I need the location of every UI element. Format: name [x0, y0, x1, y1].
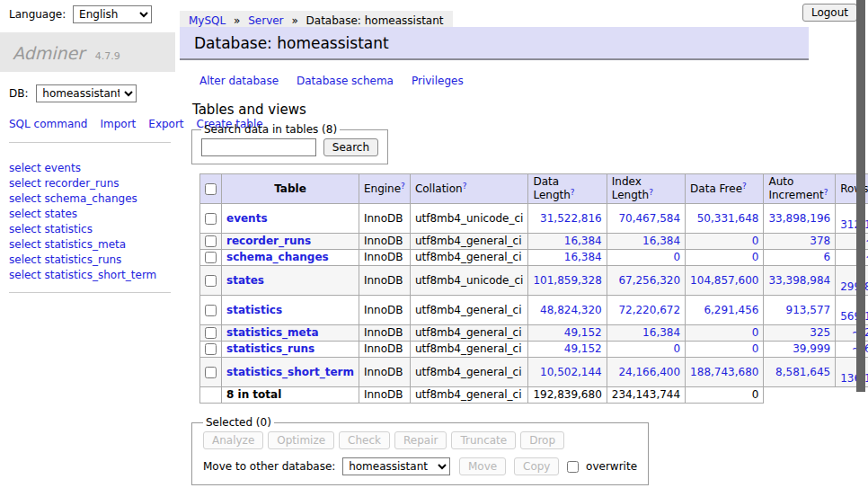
scrollbar-thumb[interactable]	[856, 0, 865, 392]
sidebar-select-schema-changes[interactable]: select schema_changes	[9, 191, 171, 207]
row-checkbox-states[interactable]	[205, 275, 217, 287]
data-length-link[interactable]: 10,502,144	[540, 366, 602, 378]
data-length-link[interactable]: 31,522,816	[540, 212, 602, 225]
data-length-link[interactable]: 49,152	[564, 326, 602, 339]
data-length-link[interactable]: 48,824,320	[540, 304, 602, 316]
table-link-schema-changes[interactable]: schema_changes	[226, 251, 329, 263]
index-length-cell: 16,384	[607, 234, 685, 250]
auto-increment-cell: 39,999	[764, 342, 836, 358]
auto-increment-link[interactable]: 33,898,196	[768, 212, 830, 225]
nav-link-privileges[interactable]: Privileges	[412, 75, 464, 87]
row-checkbox-statistics-short-term[interactable]	[205, 367, 217, 378]
auto-increment-link[interactable]: 325	[810, 326, 830, 339]
data-length-link[interactable]: 101,859,328	[533, 274, 601, 287]
row-checkbox-statistics[interactable]	[205, 305, 217, 316]
column-header-engine: Engine?	[359, 174, 410, 204]
index-length-link[interactable]: 72,220,672	[618, 304, 680, 316]
search-legend: Search data in tables (8)	[201, 123, 340, 136]
index-length-cell: 24,166,400	[607, 358, 685, 387]
sidebar-select-statistics-meta[interactable]: select statistics_meta	[9, 237, 171, 253]
language-select[interactable]: English	[73, 5, 152, 23]
table-link-statistics-runs[interactable]: statistics_runs	[226, 342, 314, 355]
row-select-cell	[200, 342, 222, 358]
table-header-row: TableEngine?Collation?Data Length?Index …	[200, 174, 868, 204]
table-name-cell: recorder_runs	[222, 234, 359, 250]
index-length-link[interactable]: 0	[673, 251, 680, 263]
db-select[interactable]: homeassistant	[36, 84, 137, 102]
data-length-link[interactable]: 49,152	[564, 342, 602, 355]
help-link-collation[interactable]: ?	[463, 182, 467, 191]
column-header-index-length: Index Length?	[607, 174, 685, 204]
nav-link-database-schema[interactable]: Database schema	[297, 75, 394, 87]
sidebar-select-statistics-short-term[interactable]: select statistics_short_term	[9, 268, 171, 283]
sidebar-link-sql-command[interactable]: SQL command	[9, 118, 87, 130]
auto-increment-link[interactable]: 39,999	[793, 342, 830, 355]
help-link-auto-increment[interactable]: ?	[824, 188, 828, 197]
help-link-engine[interactable]: ?	[401, 182, 405, 191]
index-length-link[interactable]: 24,166,400	[618, 366, 680, 378]
row-checkbox-statistics-runs[interactable]	[205, 343, 217, 355]
sidebar-select-recorder-runs[interactable]: select recorder_runs	[9, 176, 171, 191]
index-length-link[interactable]: 67,256,320	[618, 274, 680, 287]
select-all-cell	[200, 174, 222, 204]
auto-increment-link[interactable]: 913,577	[786, 304, 831, 316]
table-total-row: 8 in totalInnoDButf8mb4_general_ci192,83…	[200, 387, 868, 404]
app-branding: Adminer 4.7.9	[0, 32, 175, 72]
table-link-statistics[interactable]: statistics	[226, 304, 282, 316]
data-free-link[interactable]: 0	[752, 342, 759, 355]
data-length-link[interactable]: 16,384	[564, 235, 602, 247]
table-link-events[interactable]: events	[226, 212, 268, 225]
row-checkbox-recorder-runs[interactable]	[205, 235, 217, 247]
help-link-data-free[interactable]: ?	[742, 182, 747, 191]
data-free-link[interactable]: 0	[752, 326, 759, 339]
sidebar-link-export[interactable]: Export	[148, 118, 183, 130]
data-free-link[interactable]: 104,857,600	[690, 274, 758, 287]
sidebar-select-statistics[interactable]: select statistics	[9, 222, 171, 237]
index-length-link[interactable]: 0	[673, 342, 680, 355]
data-free-link[interactable]: 188,743,680	[690, 366, 758, 378]
row-checkbox-events[interactable]	[205, 213, 217, 225]
index-length-link[interactable]: 70,467,584	[618, 212, 680, 225]
select-all-checkbox[interactable]	[205, 183, 217, 195]
table-row-states: statesInnoDButf8mb4_unicode_ci101,859,32…	[200, 266, 868, 296]
overwrite-checkbox[interactable]	[567, 461, 579, 473]
logout-button[interactable]: Logout	[802, 4, 857, 22]
sidebar-select-statistics-runs[interactable]: select statistics_runs	[9, 253, 171, 268]
data-free-link[interactable]: 50,331,648	[697, 212, 759, 225]
sidebar-link-import[interactable]: Import	[100, 118, 136, 130]
help-link-data-length[interactable]: ?	[571, 188, 575, 197]
table-link-statistics-meta[interactable]: statistics_meta	[226, 326, 319, 339]
table-link-statistics-short-term[interactable]: statistics_short_term	[226, 366, 354, 378]
data-length-cell: 49,152	[528, 325, 607, 342]
table-name-cell: statistics_short_term	[222, 358, 359, 387]
optimize-button: Optimize	[268, 431, 334, 449]
auto-increment-link[interactable]: 6	[824, 251, 831, 263]
search-button[interactable]: Search	[323, 138, 378, 156]
row-checkbox-schema-changes[interactable]	[205, 252, 217, 263]
search-input[interactable]	[201, 138, 316, 156]
index-length-cell: 67,256,320	[607, 266, 685, 296]
data-free-link[interactable]: 6,291,456	[704, 304, 758, 316]
table-link-states[interactable]: states	[226, 274, 264, 287]
index-length-link[interactable]: 16,384	[642, 235, 680, 247]
data-free-link[interactable]: 0	[752, 235, 759, 247]
auto-increment-link[interactable]: 8,581,645	[775, 366, 830, 378]
table-name-cell: states	[222, 266, 359, 296]
move-database-select[interactable]: homeassistant	[342, 457, 450, 475]
auto-increment-link[interactable]: 378	[810, 235, 830, 247]
data-free-link[interactable]: 0	[752, 251, 759, 263]
data-length-cell: 31,522,816	[528, 204, 607, 234]
sidebar-menu: DB: homeassistant SQL commandImportExpor…	[0, 72, 175, 293]
row-select-cell	[200, 358, 222, 387]
row-checkbox-statistics-meta[interactable]	[205, 327, 217, 339]
data-length-cell: 49,152	[528, 342, 607, 358]
help-link-index-length[interactable]: ?	[649, 188, 653, 197]
sidebar-select-states[interactable]: select states	[9, 207, 171, 222]
nav-link-alter-database[interactable]: Alter database	[199, 75, 279, 87]
index-length-link[interactable]: 16,384	[642, 326, 680, 339]
table-link-recorder-runs[interactable]: recorder_runs	[226, 235, 311, 247]
copy-button: Copy	[514, 457, 559, 475]
auto-increment-link[interactable]: 33,398,984	[768, 274, 830, 287]
data-length-link[interactable]: 16,384	[564, 251, 602, 263]
sidebar-select-events[interactable]: select events	[9, 161, 171, 176]
